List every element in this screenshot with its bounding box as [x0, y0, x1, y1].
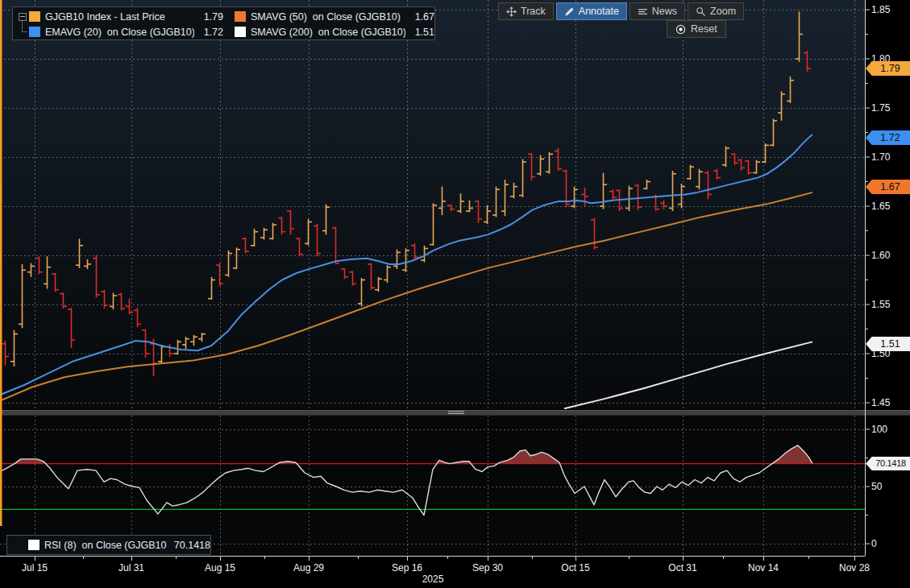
series-value: 1.67 — [405, 11, 434, 23]
annotate-button[interactable]: Annotate — [556, 2, 627, 20]
price-tick-label: 1.60 — [871, 250, 891, 261]
price-tick-label: 1.75 — [871, 102, 891, 114]
year-label: 2025 — [422, 574, 444, 585]
magnifier-icon — [696, 6, 706, 17]
price-tick-label: 1.70 — [871, 151, 891, 163]
chart-left-edge — [0, 0, 2, 526]
date-tick-label: Aug 29 — [293, 562, 324, 574]
series-label[interactable]: EMAVG (20) on Close (GJGB10) — [45, 27, 194, 38]
series-label[interactable]: GJGB10 Index - Last Price — [45, 11, 194, 23]
rsi-series-swatch — [28, 540, 39, 550]
rsi-tick-label: 50 — [871, 481, 883, 492]
rsi-legend[interactable]: RSI (8) on Close (GJGB10) 70.1418 — [6, 535, 211, 555]
annotate-label: Annotate — [579, 6, 619, 17]
news-label: News — [652, 6, 677, 17]
rsi-legend-value: 70.1418 — [174, 540, 210, 551]
date-tick-label: Jul 31 — [118, 562, 144, 574]
date-tick-label: Nov 28 — [839, 562, 870, 574]
reset-icon — [675, 24, 686, 35]
date-tick-label: Oct 31 — [668, 562, 697, 574]
series-swatch — [29, 27, 40, 37]
price-tick-label: 1.55 — [871, 299, 891, 310]
series-swatch — [29, 11, 40, 22]
badge-smavg200: 1.51 — [866, 337, 910, 351]
legend-row: EMAVG (20) on Close (GJGB10)1.72SMAVG (2… — [16, 24, 434, 39]
chart-canvas[interactable]: 1.851.801.751.701.651.601.551.501.451005… — [0, 0, 910, 588]
badge-emavg20: 1.72 — [866, 130, 910, 145]
date-tick-label: Sep 16 — [392, 562, 422, 574]
crosshair-icon — [506, 6, 517, 17]
date-tick-label: Nov 14 — [748, 562, 779, 574]
main-panel-bg — [0, 0, 865, 409]
series-label[interactable]: SMAVG (50) on Close (GJGB10) — [251, 11, 405, 23]
series-swatch — [235, 11, 246, 22]
legend-branch-icon — [16, 24, 29, 39]
panel-divider[interactable] — [0, 410, 910, 416]
rsi-legend-label: RSI (8) on Close (GJGB10) — [44, 540, 167, 551]
badge-smavg50: 1.67 — [866, 180, 910, 194]
pencil-icon — [564, 6, 575, 17]
series-value: 1.72 — [194, 27, 223, 38]
legend-row: GJGB10 Index - Last Price1.79SMAVG (50) … — [16, 9, 434, 24]
news-lines-icon — [638, 6, 648, 17]
track-button[interactable]: Track — [498, 2, 554, 20]
badge-rsi-value: 70.1418 — [866, 457, 910, 470]
reset-button[interactable]: Reset — [667, 20, 726, 38]
reset-label: Reset — [691, 23, 717, 35]
main-legend[interactable]: GJGB10 Index - Last Price1.79SMAVG (50) … — [12, 6, 435, 40]
time-axis[interactable]: Jul 15Jul 31Aug 15Aug 29Sep 16Sep 30Oct … — [22, 556, 870, 585]
series-value: 1.51 — [405, 27, 434, 38]
news-button[interactable]: News — [630, 2, 685, 20]
price-tick-label: 1.65 — [871, 201, 891, 212]
date-tick-label: Jul 15 — [22, 562, 48, 574]
zoom-label: Zoom — [710, 6, 736, 17]
zoom-button[interactable]: Zoom — [688, 2, 744, 20]
bloomberg-chart-window: 1.851.801.751.701.651.601.551.501.451005… — [0, 0, 910, 588]
date-tick-label: Sep 30 — [472, 562, 503, 574]
series-swatch — [235, 27, 246, 37]
price-tick-label: 1.85 — [871, 4, 891, 15]
series-value: 1.79 — [194, 11, 223, 23]
rsi-tick-label: 0 — [871, 538, 877, 549]
date-tick-label: Aug 15 — [205, 562, 235, 574]
chart-toolbar: Track Annotate News Zoom — [498, 2, 744, 20]
track-label: Track — [521, 6, 546, 17]
series-label[interactable]: SMAVG (200) on Close (GJGB10) — [251, 27, 405, 38]
price-tick-label: 1.45 — [871, 397, 891, 408]
badge-last-price: 1.79 — [866, 61, 910, 76]
date-tick-label: Oct 15 — [561, 562, 590, 574]
rsi-tick-label: 100 — [871, 424, 887, 435]
